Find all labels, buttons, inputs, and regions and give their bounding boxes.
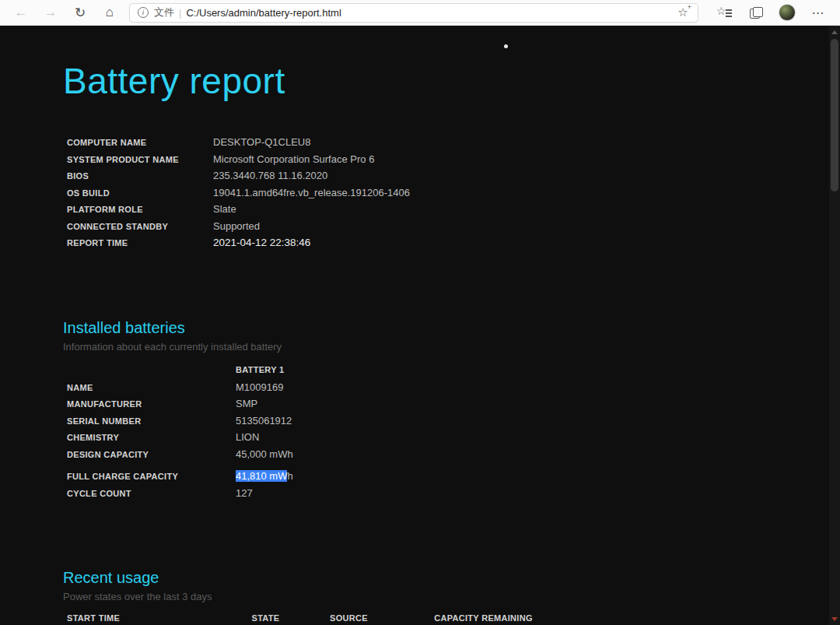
cursor-dot [504,44,508,48]
favorites-button[interactable] [713,2,737,23]
avatar [779,4,796,21]
scrollbar-thumb[interactable] [831,39,838,191]
table-row: OS BUILD 19041.1.amd64fre.vb_release.191… [67,187,840,204]
table-row: SYSTEM PRODUCT NAME Microsoft Corporatio… [67,153,840,170]
url-text: C:/Users/admin/battery-report.html [186,7,674,19]
table-row-full-charge-capacity: FULL CHARGE CAPACITY 41,810 mWh [67,470,840,487]
battery-column-header: BATTERY 1 [236,365,284,374]
table-row: CONNECTED STANDBY Supported [67,220,840,237]
collections-button[interactable] [744,2,768,23]
collections-icon [750,7,763,19]
recent-usage-heading: Recent usage [63,569,840,587]
table-row: BIOS 235.3440.768 11.16.2020 [67,170,840,187]
column-header-source: SOURCE [324,613,373,623]
back-button[interactable]: ← [9,2,33,23]
toolbar-right-cluster: ⋯ [705,2,830,23]
recent-usage-subtitle: Power states over the last 3 days [63,591,840,602]
installed-batteries-subtitle: Information about each currently install… [63,341,840,353]
home-icon: ⌂ [106,5,114,20]
url-scheme-label: 文件 [154,5,174,19]
installed-batteries-heading: Installed batteries [63,319,840,337]
table-row: SERIAL NUMBER 5135061912 [67,415,840,432]
refresh-button[interactable]: ↻ [68,2,92,23]
forward-icon: → [44,5,58,20]
back-icon: ← [15,5,28,20]
more-icon: ⋯ [812,5,825,20]
add-favorite-icon[interactable]: ☆+ [674,5,691,19]
table-row: CHEMISTRY LION [67,431,840,448]
profile-button[interactable] [775,2,799,23]
browser-toolbar: ← → ↻ ⌂ i 文件 | C:/Users/admin/battery-re… [0,0,840,26]
page-title: Battery report [63,60,840,102]
table-row: COMPUTER NAME DESKTOP-Q1CLEU8 [67,136,840,153]
forward-button[interactable]: → [39,2,62,23]
recent-usage-table: START TIME STATE SOURCE CAPACITY REMAINI… [63,613,840,625]
battery-table-header: BATTERY 1 [67,365,840,381]
system-info-table: COMPUTER NAME DESKTOP-Q1CLEU8 SYSTEM PRO… [67,136,840,254]
recent-usage-header-row: START TIME STATE SOURCE CAPACITY REMAINI… [63,613,840,625]
table-row: MANUFACTURER SMP [67,398,840,415]
column-header-start-time: START TIME [63,613,207,623]
table-row: CYCLE COUNT 127 [67,487,840,504]
vertical-scrollbar[interactable] [829,26,840,625]
home-button[interactable]: ⌂ [98,2,121,23]
favorites-icon [718,6,732,19]
column-header-capacity-remaining: CAPACITY REMAINING [376,613,590,623]
table-row: DESIGN CAPACITY 45,000 mWh [67,448,840,465]
battery-table: BATTERY 1 NAME M1009169 MANUFACTURER SMP… [67,365,840,504]
scroll-up-icon[interactable] [831,30,838,34]
battery-report-page: Battery report COMPUTER NAME DESKTOP-Q1C… [0,26,840,625]
refresh-icon: ↻ [75,5,86,21]
info-icon[interactable]: i [138,7,149,18]
settings-menu-button[interactable]: ⋯ [807,2,830,23]
scroll-down-icon[interactable] [831,617,838,621]
table-row: PLATFORM ROLE Slate [67,203,840,220]
column-header-state: STATE [210,613,321,623]
table-row: REPORT TIME 2021-04-12 22:38:46 [67,237,840,254]
selected-text: 41,810 mW [236,470,287,482]
table-row: NAME M1009169 [67,381,840,399]
url-separator: | [179,7,181,19]
address-bar[interactable]: i 文件 | C:/Users/admin/battery-report.htm… [129,3,698,23]
